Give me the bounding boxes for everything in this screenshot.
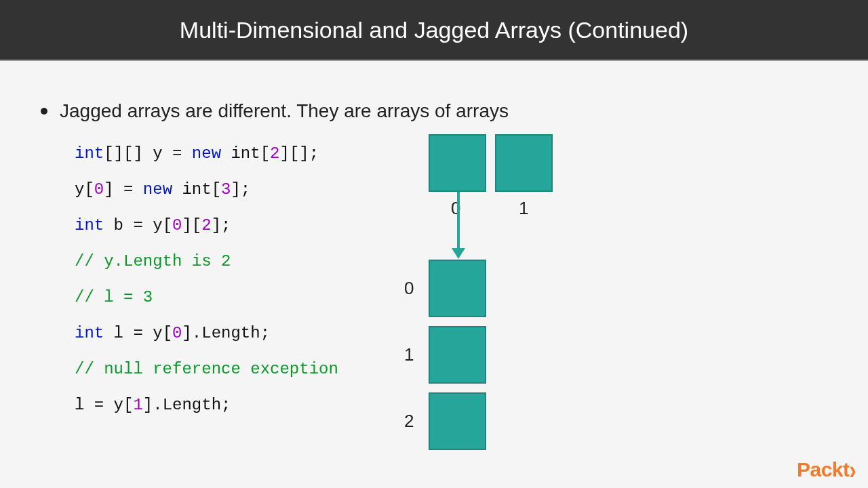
code-txt: [][] y =: [104, 144, 192, 163]
array-cell: [429, 392, 486, 450]
slide-body: Jagged arrays are different. They are ar…: [0, 61, 868, 488]
code-txt: int[: [172, 180, 221, 199]
code-kw: new: [143, 180, 172, 199]
code-txt: y[: [75, 180, 94, 199]
code-txt: int[: [221, 144, 270, 163]
code-block: int[][] y = new int[2][]; y[0] = new int…: [75, 136, 338, 423]
code-num: 0: [172, 216, 182, 235]
code-txt: ][: [182, 216, 201, 235]
code-num: 2: [201, 216, 211, 235]
code-txt: ];: [231, 180, 250, 199]
index-label: 1: [404, 344, 414, 365]
slide-header: Multi-Dimensional and Jagged Arrays (Con…: [0, 0, 868, 61]
code-txt: ][];: [279, 144, 319, 163]
code-txt: l = y[: [75, 396, 133, 414]
code-kw: new: [192, 144, 221, 163]
array-cell: [429, 134, 486, 192]
code-comment: // y.Length is 2: [75, 252, 231, 270]
bullet-dot-icon: [41, 108, 47, 115]
code-txt: ] =: [104, 180, 143, 199]
index-label: 2: [404, 411, 414, 432]
arrow-line-icon: [457, 192, 460, 249]
array-cell: [429, 326, 486, 384]
code-num: 0: [172, 324, 182, 342]
index-label: 1: [519, 198, 528, 219]
code-txt: b = y[: [104, 216, 172, 235]
code-txt: ].Length;: [143, 396, 231, 414]
array-cell: [429, 260, 486, 317]
code-txt: ].Length;: [182, 324, 270, 342]
code-kw: int: [75, 216, 104, 235]
bullet-text: Jagged arrays are different. They are ar…: [60, 100, 509, 122]
slide-title: Multi-Dimensional and Jagged Arrays (Con…: [180, 17, 688, 43]
brand-logo: Packt›: [797, 458, 856, 481]
array-cell: [495, 134, 553, 192]
code-comment: // null reference exception: [75, 360, 338, 378]
index-label: 0: [404, 278, 414, 299]
bullet-item: Jagged arrays are different. They are ar…: [41, 100, 509, 122]
code-comment: // l = 3: [75, 288, 153, 306]
code-num: 0: [94, 180, 104, 199]
code-kw: int: [75, 144, 104, 163]
code-num: 3: [221, 180, 231, 199]
brand-chevron-icon: ›: [850, 455, 856, 485]
arrow-head-icon: [452, 248, 465, 259]
code-txt: ];: [212, 216, 231, 235]
code-num: 2: [270, 144, 279, 163]
diagram: 0 1 0 1 2: [414, 134, 685, 488]
code-kw: int: [75, 324, 104, 342]
brand-name: Packt: [797, 458, 850, 481]
code-txt: l = y[: [104, 324, 172, 342]
code-num: 1: [133, 396, 142, 414]
